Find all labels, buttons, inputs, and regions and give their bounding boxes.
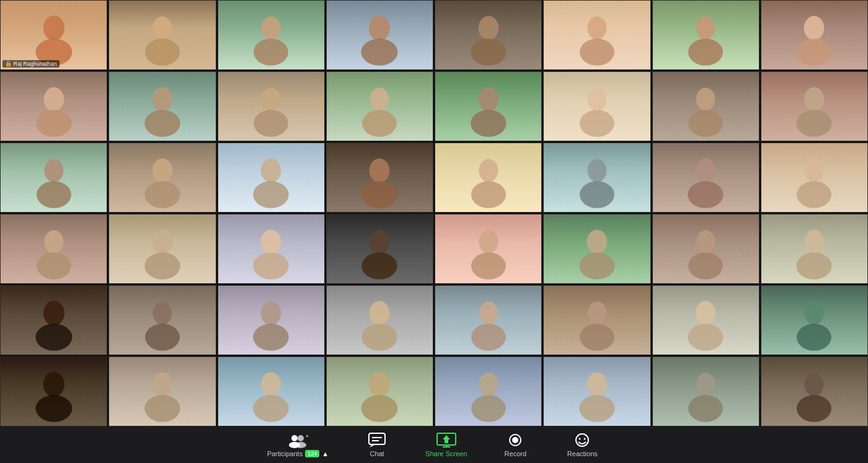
video-tile bbox=[543, 71, 650, 141]
video-tile bbox=[652, 143, 760, 213]
participants-label: Participants bbox=[267, 450, 303, 457]
video-tile bbox=[218, 143, 325, 213]
video-tile bbox=[435, 71, 542, 141]
video-tile bbox=[435, 356, 542, 426]
record-button[interactable]: Record bbox=[497, 432, 534, 457]
chat-label: Chat bbox=[370, 450, 384, 457]
svg-text:▲: ▲ bbox=[305, 433, 309, 438]
svg-point-21 bbox=[254, 110, 288, 137]
video-tile bbox=[326, 0, 433, 70]
video-tile bbox=[652, 71, 760, 141]
svg-point-41 bbox=[471, 181, 506, 208]
svg-point-10 bbox=[587, 16, 606, 39]
svg-point-23 bbox=[362, 110, 397, 137]
svg-point-36 bbox=[261, 158, 281, 182]
svg-point-78 bbox=[805, 301, 824, 324]
svg-point-16 bbox=[43, 87, 64, 111]
video-tile bbox=[543, 214, 650, 284]
svg-point-22 bbox=[370, 87, 389, 110]
svg-point-18 bbox=[153, 87, 173, 111]
record-icon bbox=[504, 432, 526, 448]
svg-point-113 bbox=[584, 438, 586, 440]
svg-point-13 bbox=[688, 38, 723, 66]
svg-point-14 bbox=[804, 15, 825, 40]
svg-point-58 bbox=[587, 229, 608, 254]
video-tile bbox=[0, 143, 107, 213]
video-tile: 🔓 Raj Raghunathan bbox=[0, 0, 107, 70]
svg-point-55 bbox=[362, 252, 397, 280]
svg-point-15 bbox=[797, 38, 832, 66]
svg-point-76 bbox=[696, 301, 716, 325]
video-tile bbox=[218, 0, 325, 70]
svg-point-95 bbox=[797, 395, 831, 422]
svg-point-0 bbox=[43, 15, 64, 40]
svg-point-79 bbox=[797, 324, 831, 351]
svg-point-65 bbox=[35, 324, 72, 351]
svg-point-30 bbox=[804, 87, 825, 111]
video-tile bbox=[435, 0, 542, 70]
svg-point-97 bbox=[298, 435, 304, 441]
chat-button[interactable]: Chat bbox=[358, 432, 396, 457]
svg-point-35 bbox=[144, 181, 180, 208]
video-tile bbox=[108, 143, 216, 213]
svg-point-9 bbox=[471, 38, 506, 66]
svg-point-66 bbox=[153, 301, 172, 324]
svg-point-17 bbox=[36, 110, 71, 137]
video-tile bbox=[761, 143, 868, 213]
svg-point-46 bbox=[805, 159, 824, 182]
svg-point-68 bbox=[261, 301, 281, 325]
svg-point-31 bbox=[797, 110, 832, 137]
video-tile bbox=[543, 0, 650, 70]
video-tile bbox=[435, 285, 542, 355]
svg-point-48 bbox=[44, 230, 63, 253]
reactions-icon: ✨ bbox=[571, 432, 593, 448]
participant-name: 🔓 Raj Raghunathan bbox=[2, 60, 60, 68]
record-label: Record bbox=[505, 450, 526, 457]
svg-point-96 bbox=[291, 435, 298, 441]
reactions-button[interactable]: ✨ Reactions bbox=[564, 432, 601, 457]
svg-point-54 bbox=[370, 229, 390, 254]
svg-point-57 bbox=[471, 252, 506, 280]
video-tile bbox=[761, 0, 868, 70]
svg-point-53 bbox=[253, 252, 288, 280]
svg-point-67 bbox=[145, 324, 180, 351]
svg-point-52 bbox=[261, 229, 281, 254]
video-tile bbox=[108, 0, 216, 70]
svg-point-69 bbox=[253, 324, 288, 351]
svg-point-88 bbox=[479, 373, 498, 395]
reactions-label: Reactions bbox=[567, 450, 598, 457]
video-tile bbox=[652, 0, 760, 70]
svg-point-34 bbox=[153, 158, 173, 182]
svg-point-62 bbox=[804, 229, 825, 254]
video-tile bbox=[326, 71, 433, 141]
svg-point-47 bbox=[797, 181, 831, 208]
svg-point-2 bbox=[153, 16, 172, 39]
svg-point-73 bbox=[471, 324, 506, 351]
svg-point-92 bbox=[696, 373, 715, 395]
video-tile bbox=[761, 285, 868, 355]
share-screen-button[interactable]: Share Screen bbox=[425, 432, 467, 457]
svg-point-43 bbox=[580, 181, 614, 208]
svg-point-8 bbox=[478, 15, 498, 40]
video-tile bbox=[108, 356, 216, 426]
video-tile bbox=[108, 214, 216, 284]
svg-point-38 bbox=[370, 158, 390, 182]
participants-button[interactable]: ▲ Participants 124 ▲ bbox=[267, 432, 329, 457]
video-tile bbox=[326, 214, 433, 284]
svg-point-3 bbox=[145, 38, 180, 66]
svg-point-82 bbox=[153, 372, 173, 396]
video-tile bbox=[435, 143, 542, 213]
svg-point-5 bbox=[254, 38, 288, 66]
video-tile bbox=[543, 143, 650, 213]
svg-point-44 bbox=[696, 158, 716, 182]
svg-point-49 bbox=[37, 252, 71, 280]
svg-point-86 bbox=[369, 372, 390, 397]
svg-point-29 bbox=[688, 110, 723, 137]
video-tile bbox=[218, 71, 325, 141]
svg-point-56 bbox=[479, 230, 498, 253]
svg-point-94 bbox=[805, 373, 824, 395]
svg-point-40 bbox=[479, 159, 498, 182]
svg-point-42 bbox=[587, 159, 606, 182]
video-tile bbox=[543, 356, 650, 426]
svg-point-60 bbox=[696, 230, 715, 253]
